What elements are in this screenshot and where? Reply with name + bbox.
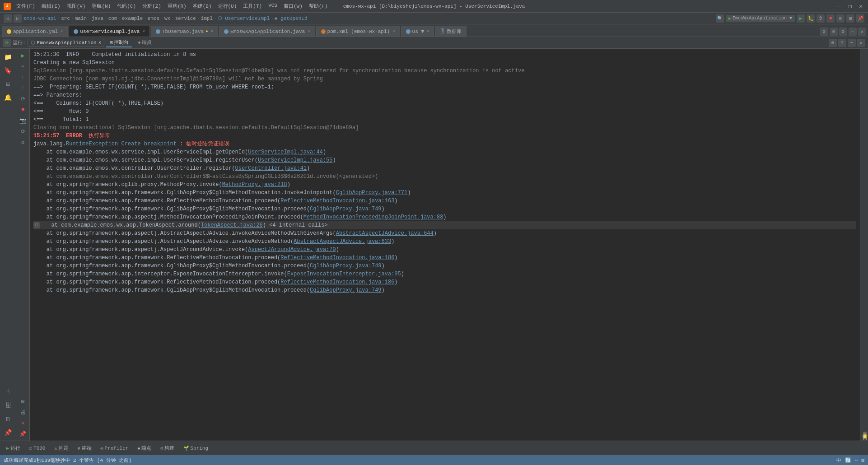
status-encoding[interactable]: 中 [836, 457, 841, 464]
menu-bar[interactable]: 文件(F) 编辑(E) 视图(V) 导航(N) 代码(C) 分析(Z) 重构(R… [14, 2, 331, 10]
stack-link-5[interactable]: MethodProxy.java:218 [222, 181, 287, 188]
sidebar-git-icon[interactable]: ⑃ [2, 386, 14, 398]
menu-vcs[interactable]: VCS [266, 2, 280, 10]
run-icon[interactable]: ▶ [797, 14, 805, 23]
btn-endpoints[interactable]: ◆ 端点 [134, 444, 155, 452]
step-over-button[interactable]: ↷ [18, 61, 28, 71]
menu-refactor[interactable]: 重构(R) [165, 2, 189, 10]
breadcrumb-emos[interactable]: emos [148, 16, 159, 21]
stop-icon[interactable]: ■ [826, 14, 835, 23]
breadcrumb-service[interactable]: service [175, 16, 196, 21]
sidebar-project-icon[interactable]: 📁 [2, 51, 14, 63]
close-tab-tbuserdao[interactable]: × [211, 29, 213, 34]
btn-terminal[interactable]: ⊗ 终端 [74, 444, 95, 452]
breadcrumb-src[interactable]: src [61, 16, 70, 21]
tab-close-icon[interactable]: ✕ [858, 28, 866, 36]
status-lang[interactable]: ↔ [855, 457, 858, 463]
tab-minus-icon[interactable]: — [849, 28, 857, 36]
sidebar-notification-icon[interactable]: 🔔 [2, 91, 14, 104]
layout-icon[interactable]: ⊞ [846, 14, 854, 23]
stop-button[interactable]: ■ [18, 105, 28, 115]
menu-view[interactable]: 视图(V) [64, 2, 89, 10]
run-settings-icon[interactable]: ⚙ [829, 39, 837, 47]
breadcrumb-main[interactable]: main [75, 16, 87, 21]
profile-icon[interactable]: ⏱ [817, 14, 825, 23]
stack-link-8[interactable]: CglibAopProxy.java:749 [310, 206, 381, 212]
btn-spring[interactable]: 🌱 Spring [180, 445, 212, 452]
status-grid[interactable]: ⊞ [861, 457, 864, 463]
breadcrumb-java[interactable]: java [92, 16, 103, 21]
run-close-icon[interactable]: ✕ [857, 39, 865, 47]
menu-edit[interactable]: 编辑(E) [39, 2, 63, 10]
stack-link-2[interactable]: UserServiceImpl.java:55 [258, 157, 333, 163]
btn-build[interactable]: ⚙ 构建 [157, 444, 178, 452]
breadcrumb-project[interactable]: emos-wx-api [23, 16, 56, 21]
run-layout-icon[interactable]: ≡ [838, 39, 846, 47]
step-into-button[interactable]: ↓ [18, 72, 28, 82]
breadcrumb-example[interactable]: example [122, 16, 143, 21]
close-tab-us[interactable]: × [427, 29, 429, 34]
run-tab-console[interactable]: ▤ 控制台 [106, 38, 132, 47]
menu-analyze[interactable]: 分析(Z) [140, 2, 164, 10]
menu-file[interactable]: 文件(F) [14, 2, 38, 10]
search-icon[interactable]: 🔍 [716, 14, 724, 23]
menu-code[interactable]: 代码(C) [114, 2, 139, 10]
breadcrumb-wx[interactable]: wx [164, 16, 170, 21]
restart-button[interactable]: ⟳ [18, 94, 28, 104]
console-output[interactable]: 15:21:30 INFO Completed initialization i… [30, 49, 860, 441]
run-tab-endpoints[interactable]: ◈ 端点 [134, 38, 155, 47]
status-spinner[interactable]: 🔄 [845, 457, 851, 463]
breadcrumb-impl[interactable]: impl [201, 16, 213, 21]
stack-link-15[interactable]: CglibAopProxy.java:749 [310, 263, 381, 269]
tab-pomxml[interactable]: pom.xml (emos-wx-api) × [316, 26, 400, 37]
stack-link-10[interactable]: TokenAspect.java:26 [201, 222, 263, 228]
btn-todo[interactable]: ☑ TODO [26, 445, 49, 452]
run-config-selector[interactable]: ▶ EmosWxApiApplication ▼ [726, 15, 795, 22]
tab-application-yml[interactable]: application.yml × [2, 26, 68, 37]
run-app-selector[interactable]: ⬡ EmosWxApiApplication × [28, 39, 105, 46]
pin-icon[interactable]: 📌 [856, 14, 864, 23]
window-controls[interactable]: — ❐ ✕ [836, 2, 864, 11]
tab-userserviceimpl[interactable]: UserServiceImpl.java × [69, 26, 149, 37]
runtime-exception-link[interactable]: RuntimeException [66, 141, 118, 147]
sidebar-structure-icon[interactable]: ⊞ [2, 78, 14, 90]
stack-link-11[interactable]: AbstractAspectJAdvice.java:644 [336, 230, 434, 237]
resume2-button[interactable]: ⟳ [18, 126, 28, 136]
step-out-button[interactable]: ↑ [18, 83, 28, 93]
stack-link-7[interactable]: ReflectiveMethodInvocation.java:163 [280, 198, 394, 204]
stack-link-9[interactable]: MethodInvocationProceedingJoinPoint.java… [303, 214, 443, 220]
tab-layout-icon[interactable]: ≡ [830, 28, 838, 36]
stack-link-17[interactable]: ReflectiveMethodInvocation.java:186 [280, 279, 394, 285]
create-breakpoint[interactable]: Create breakpoint [118, 141, 177, 147]
breadcrumb-class[interactable]: ⬡ UserServiceImpl [218, 15, 270, 21]
stack-link-1[interactable]: UserServiceImpl.java:44 [248, 149, 323, 155]
ctrl-extra1[interactable]: ⊞ [18, 396, 28, 406]
run-app-close[interactable]: × [98, 40, 102, 46]
menu-tools[interactable]: 工具(T) [240, 2, 265, 10]
run-restart-icon[interactable]: ⟳ [3, 39, 11, 47]
menu-window[interactable]: 窗口(W) [281, 2, 305, 10]
btn-run[interactable]: ▶ 运行 [3, 444, 24, 452]
resume-button[interactable]: ▶ [18, 51, 28, 60]
sidebar-maven-icon[interactable]: m [2, 413, 14, 425]
sidebar-pin-icon[interactable]: 📌 [2, 426, 14, 439]
tab-us[interactable]: Us ▼ × [401, 26, 434, 37]
sidebar-fav-label[interactable]: ⭐ [862, 433, 867, 439]
breadcrumb-method[interactable]: ◆ getOpenId [275, 15, 308, 21]
stack-link-12[interactable]: AbstractAspectJAdvice.java:633 [294, 238, 391, 245]
tab-gear-icon[interactable]: ⚙ [839, 28, 847, 36]
close-tab-pomxml[interactable]: × [392, 29, 395, 34]
stack-link-14[interactable]: ReflectiveMethodInvocation.java:186 [280, 255, 394, 261]
sidebar-bookmark-icon[interactable]: 🔖 [2, 64, 14, 77]
stack-link-18[interactable]: CglibAopProxy.java:749 [310, 287, 381, 293]
debug-icon[interactable]: 🐛 [807, 14, 815, 23]
stack-link-13[interactable]: AspectJAroundAdvice.java:70 [248, 246, 336, 253]
close-button[interactable]: ✕ [857, 2, 864, 11]
tab-settings-icon[interactable]: ⚙ [820, 28, 828, 36]
close-tab-emoswxapiapplication[interactable]: × [308, 29, 310, 34]
settings-ctrl-button[interactable]: ⚙ [18, 137, 28, 147]
close-tab-yml[interactable]: × [61, 29, 63, 34]
menu-navigate[interactable]: 导航(N) [89, 2, 113, 10]
ctrl-extra3[interactable]: ✕ [18, 418, 28, 428]
stack-link-3[interactable]: UserController.java:41 [235, 165, 306, 172]
